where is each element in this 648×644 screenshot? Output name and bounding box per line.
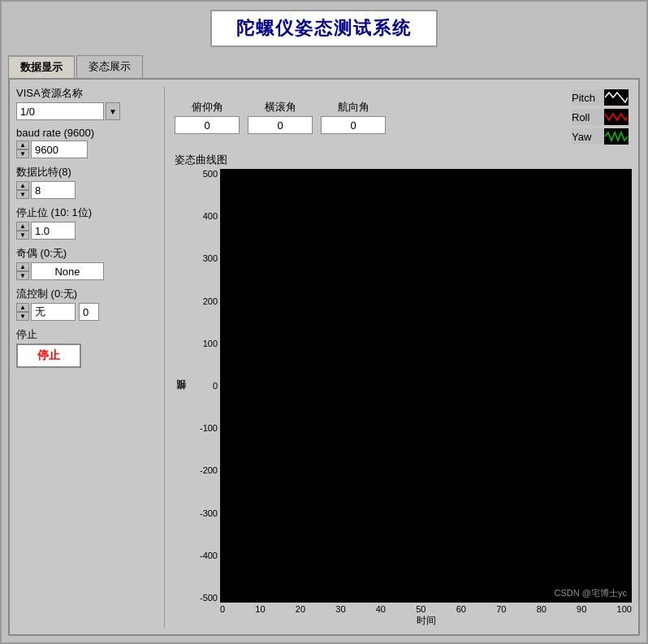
x-tick-10: 10 bbox=[255, 604, 265, 614]
y-tick-n400: -400 bbox=[200, 551, 218, 560]
stop-bits-group: 停止位 (10: 1位) ▲ ▼ bbox=[16, 205, 154, 240]
baud-rate-down[interactable]: ▼ bbox=[16, 149, 29, 158]
parity-group: 奇偶 (0:无) ▲ ▼ bbox=[16, 246, 154, 280]
flow-ctrl-row: ▲ ▼ bbox=[16, 303, 154, 321]
pitch-legend: Pitch bbox=[572, 89, 629, 106]
chart-title: 姿态曲线图 bbox=[175, 153, 632, 167]
chart-plot: CSDN @宅博士yc bbox=[220, 169, 632, 603]
y-tick-n500: -500 bbox=[200, 593, 218, 603]
content-area: VISA资源名称 ▼ baud rate (9600) ▲ ▼ bbox=[8, 78, 640, 636]
pitch-value: 0 bbox=[175, 116, 240, 134]
parity-down[interactable]: ▼ bbox=[16, 271, 29, 280]
legend-panel: Pitch Roll bbox=[572, 89, 629, 145]
flow-ctrl-down[interactable]: ▼ bbox=[16, 312, 29, 321]
yaw-indicator: 航向角 0 bbox=[321, 100, 386, 134]
chart-inner: 500 400 300 200 100 0 -100 -200 -300 -40… bbox=[189, 169, 632, 603]
y-tick-n200: -200 bbox=[200, 465, 218, 475]
stop-bits-input[interactable] bbox=[31, 222, 76, 240]
x-tick-40: 40 bbox=[376, 604, 386, 614]
y-tick-200: 200 bbox=[203, 296, 218, 306]
top-indicators: 俯仰角 0 横滚角 0 航向角 0 Pitch bbox=[175, 86, 632, 148]
stop-bits-row: ▲ ▼ bbox=[16, 222, 154, 240]
y-axis-label: 幅度 bbox=[175, 169, 188, 628]
tab-data-display[interactable]: 数据显示 bbox=[8, 55, 75, 78]
parity-input[interactable] bbox=[31, 262, 104, 280]
y-tick-500: 500 bbox=[203, 169, 218, 179]
roll-legend-icon bbox=[604, 109, 629, 125]
stop-label: 停止 bbox=[16, 327, 154, 342]
y-tick-n100: -100 bbox=[200, 423, 218, 433]
baud-rate-group: baud rate (9600) ▲ ▼ bbox=[16, 127, 154, 158]
yaw-value: 0 bbox=[321, 116, 386, 134]
chart-with-axes: 500 400 300 200 100 0 -100 -200 -300 -40… bbox=[189, 169, 632, 628]
baud-rate-up[interactable]: ▲ bbox=[16, 140, 29, 149]
y-tick-0: 0 bbox=[213, 381, 218, 391]
pitch-legend-label: Pitch bbox=[572, 92, 601, 104]
data-bits-label: 数据比特(8) bbox=[16, 165, 154, 179]
stop-bits-label: 停止位 (10: 1位) bbox=[16, 205, 154, 220]
stop-bits-up[interactable]: ▲ bbox=[16, 222, 29, 231]
roll-legend: Roll bbox=[572, 109, 629, 125]
data-bits-up[interactable]: ▲ bbox=[16, 181, 29, 190]
pitch-label: 俯仰角 bbox=[192, 100, 223, 115]
roll-legend-label: Roll bbox=[572, 111, 601, 123]
x-tick-20: 20 bbox=[296, 604, 305, 614]
x-tick-50: 50 bbox=[416, 604, 426, 614]
x-tick-80: 80 bbox=[537, 604, 546, 614]
y-tick-100: 100 bbox=[203, 339, 218, 348]
roll-label: 横滚角 bbox=[265, 100, 296, 115]
visa-group: VISA资源名称 ▼ bbox=[16, 86, 154, 120]
chart-container: 幅度 500 400 300 200 100 0 -100 -20 bbox=[175, 169, 632, 628]
flow-ctrl-input[interactable] bbox=[31, 303, 76, 321]
stop-button[interactable]: 停止 bbox=[16, 344, 81, 368]
watermark: CSDN @宅博士yc bbox=[555, 587, 627, 599]
y-axis: 500 400 300 200 100 0 -100 -200 -300 -40… bbox=[189, 169, 220, 603]
baud-rate-label: baud rate (9600) bbox=[16, 127, 154, 139]
flow-ctrl-extra-input[interactable] bbox=[79, 303, 99, 321]
flow-ctrl-up[interactable]: ▲ bbox=[16, 303, 29, 312]
left-panel: VISA资源名称 ▼ baud rate (9600) ▲ ▼ bbox=[16, 86, 154, 628]
roll-value: 0 bbox=[248, 116, 313, 134]
x-tick-70: 70 bbox=[496, 604, 506, 614]
visa-label: VISA资源名称 bbox=[16, 86, 154, 101]
parity-row: ▲ ▼ bbox=[16, 262, 154, 280]
roll-indicator: 横滚角 0 bbox=[248, 100, 313, 134]
parity-spinner: ▲ ▼ bbox=[16, 262, 29, 280]
pitch-indicator: 俯仰角 0 bbox=[175, 100, 240, 134]
baud-rate-row: ▲ ▼ bbox=[16, 140, 154, 158]
x-tick-90: 90 bbox=[577, 604, 586, 614]
x-tick-100: 100 bbox=[617, 604, 632, 614]
main-window: 陀螺仪姿态测试系统 数据显示 姿态展示 VISA资源名称 ▼ baud rate… bbox=[0, 0, 648, 644]
data-bits-group: 数据比特(8) ▲ ▼ bbox=[16, 165, 154, 199]
flow-ctrl-spinner: ▲ ▼ bbox=[16, 303, 29, 321]
app-title: 陀螺仪姿态测试系统 bbox=[210, 10, 438, 47]
parity-label: 奇偶 (0:无) bbox=[16, 246, 154, 261]
x-tick-30: 30 bbox=[335, 604, 345, 614]
stop-group: 停止 停止 bbox=[16, 327, 154, 368]
x-tick-0: 0 bbox=[220, 604, 225, 614]
data-bits-input[interactable] bbox=[31, 181, 76, 199]
y-tick-300: 300 bbox=[203, 253, 218, 263]
data-bits-row: ▲ ▼ bbox=[16, 181, 154, 199]
baud-rate-input[interactable] bbox=[31, 140, 88, 158]
right-panel: 俯仰角 0 横滚角 0 航向角 0 Pitch bbox=[175, 86, 632, 628]
stop-bits-spinner: ▲ ▼ bbox=[16, 222, 29, 240]
x-axis-label: 时间 bbox=[189, 614, 632, 628]
y-tick-n300: -300 bbox=[200, 508, 218, 518]
yaw-legend-icon bbox=[604, 128, 629, 145]
data-bits-spinner: ▲ ▼ bbox=[16, 181, 29, 199]
y-tick-400: 400 bbox=[203, 211, 218, 221]
visa-row: ▼ bbox=[16, 102, 154, 120]
visa-dropdown-btn[interactable]: ▼ bbox=[106, 102, 120, 120]
tab-attitude-display[interactable]: 姿态展示 bbox=[76, 55, 143, 78]
visa-input[interactable] bbox=[16, 102, 104, 120]
divider bbox=[164, 86, 165, 628]
yaw-label: 航向角 bbox=[338, 100, 369, 115]
pitch-legend-icon bbox=[604, 89, 629, 106]
data-bits-down[interactable]: ▼ bbox=[16, 190, 29, 199]
chart-section: 姿态曲线图 幅度 500 400 300 200 100 0 bbox=[175, 153, 632, 628]
flow-ctrl-label: 流控制 (0:无) bbox=[16, 287, 154, 301]
parity-up[interactable]: ▲ bbox=[16, 262, 29, 271]
stop-bits-down[interactable]: ▼ bbox=[16, 231, 29, 240]
flow-ctrl-group: 流控制 (0:无) ▲ ▼ bbox=[16, 287, 154, 321]
